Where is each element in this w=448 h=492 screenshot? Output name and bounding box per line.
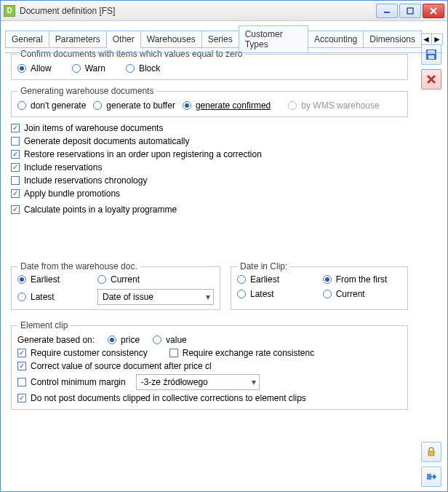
- radio-wh-earliest[interactable]: Earliest: [17, 274, 97, 285]
- tab-body-other: Confirm documents with items which value…: [4, 41, 415, 488]
- radio-clip-latest[interactable]: Latest: [237, 289, 294, 299]
- save-button[interactable]: [421, 44, 441, 65]
- date-of-issue-value: Date of issue: [103, 292, 153, 302]
- radio-value[interactable]: value: [153, 335, 187, 345]
- floppy-icon: [425, 49, 437, 60]
- radio-confirmed-label: generate confirmed: [196, 100, 271, 111]
- window: D Document definition [FS] General Param…: [0, 0, 448, 492]
- window-buttons: [376, 4, 444, 18]
- minimize-button[interactable]: [376, 4, 398, 18]
- radio-wms-label: by WMS warehouse: [301, 100, 379, 111]
- svg-rect-6: [428, 55, 434, 59]
- cancel-button[interactable]: [421, 69, 441, 90]
- arrow-right-icon: [426, 472, 436, 482]
- margin-dropdown[interactable]: -3-ze źródłowego ▾: [136, 374, 260, 390]
- radio-warn[interactable]: Warn: [72, 63, 105, 74]
- lock-icon: [426, 447, 436, 457]
- svg-rect-1: [407, 8, 413, 14]
- check-req-exchange[interactable]: Require exchange rate consistenc: [169, 348, 314, 358]
- radio-value-label: value: [166, 335, 187, 345]
- svg-rect-9: [428, 451, 434, 456]
- margin-dropdown-value: -3-ze źródłowego: [141, 377, 208, 387]
- check-restore-label: Restore reservations in an order upon re…: [24, 149, 262, 159]
- radio-allow[interactable]: Allow: [17, 63, 52, 74]
- check-control-margin[interactable]: Control minimum margin: [17, 377, 126, 387]
- lock-button[interactable]: [421, 442, 441, 462]
- titlebar: D Document definition [FS]: [1, 1, 447, 21]
- svg-rect-10: [427, 474, 431, 480]
- radio-block-label: Block: [139, 63, 160, 74]
- export-button[interactable]: [421, 467, 441, 487]
- check-include-res[interactable]: Include reservations: [11, 162, 408, 172]
- check-include-res-label: Include reservations: [24, 162, 102, 172]
- radio-clip-latest-label: Latest: [250, 289, 274, 299]
- radio-wh-current[interactable]: Current: [97, 274, 214, 285]
- check-restore[interactable]: Restore reservations in an order upon re…: [11, 149, 408, 159]
- date-of-issue-dropdown[interactable]: Date of issue ▾: [97, 289, 214, 305]
- radio-generate-buffer[interactable]: generate to buffer: [93, 100, 175, 111]
- check-req-customer-label: Require customer consistency: [31, 348, 148, 358]
- date-wh-legend: Date from the warehouse doc.: [17, 261, 140, 271]
- checkbox-stack: Join items of warehouse documents Genera…: [11, 123, 408, 215]
- radio-wh-earliest-label: Earliest: [31, 274, 60, 285]
- app-icon: D: [4, 5, 15, 17]
- date-clip-legend: Date in Clip:: [237, 261, 290, 271]
- gen-wh-group: Generating warehouse documents don't gen…: [11, 86, 408, 117]
- check-join-label: Join items of warehouse documents: [24, 123, 163, 133]
- tab-other[interactable]: Other: [106, 31, 141, 48]
- radio-wms-warehouse: by WMS warehouse: [288, 100, 379, 111]
- radio-clip-current-label: Current: [336, 289, 365, 299]
- check-bundle-label: Apply bundle promotions: [24, 189, 120, 199]
- radio-clip-earliest[interactable]: Earliest: [237, 274, 294, 285]
- radio-buffer-label: generate to buffer: [106, 100, 175, 111]
- sidebar-bottom: [418, 442, 444, 487]
- check-loyalty-label: Calculate points in a loyalty programme: [24, 205, 177, 215]
- check-include-chron[interactable]: Include reservations chronology: [11, 175, 408, 186]
- radio-generate-confirmed[interactable]: generate confirmed: [183, 100, 271, 111]
- check-req-customer[interactable]: Require customer consistency: [17, 348, 148, 358]
- radio-wh-current-label: Current: [111, 274, 140, 285]
- check-control-margin-label: Control minimum margin: [31, 377, 126, 387]
- check-deposit[interactable]: Generate deposit documents automatically: [11, 136, 408, 146]
- radio-price[interactable]: price: [108, 335, 140, 345]
- radio-wh-latest[interactable]: Latest: [17, 292, 97, 302]
- radio-clip-from-first[interactable]: From the first: [323, 274, 401, 285]
- check-bundle[interactable]: Apply bundle promotions: [11, 189, 408, 199]
- date-from-wh-group: Date from the warehouse doc. Earliest Cu…: [11, 261, 220, 310]
- check-no-post[interactable]: Do not post documents clipped in collect…: [17, 393, 306, 403]
- check-correct-value-label: Correct value of source document after p…: [31, 361, 212, 371]
- sidebar: [418, 41, 444, 90]
- gen-based-on-label: Generate based on:: [17, 335, 95, 345]
- maximize-button[interactable]: [399, 4, 421, 18]
- close-button[interactable]: [423, 4, 444, 18]
- radio-allow-label: Allow: [31, 63, 52, 74]
- radio-wh-latest-label: Latest: [31, 292, 55, 302]
- radio-clip-earliest-label: Earliest: [250, 274, 279, 285]
- x-icon: [426, 74, 436, 84]
- date-in-clip-group: Date in Clip: Earliest From the first La…: [231, 261, 408, 310]
- window-title: Document definition [FS]: [20, 6, 376, 16]
- confirm-legend: Confirm documents with items which value…: [17, 49, 245, 59]
- check-req-exchange-label: Require exchange rate consistenc: [183, 348, 314, 358]
- check-correct-value[interactable]: Correct value of source document after p…: [17, 361, 212, 371]
- check-loyalty[interactable]: Calculate points in a loyalty programme: [11, 205, 408, 215]
- radio-price-label: price: [121, 335, 140, 345]
- check-no-post-label: Do not post documents clipped in collect…: [31, 393, 306, 403]
- confirm-group: Confirm documents with items which value…: [11, 49, 408, 80]
- chevron-down-icon: ▾: [252, 377, 256, 387]
- radio-clip-from-first-label: From the first: [336, 274, 388, 285]
- gen-wh-legend: Generating warehouse documents: [17, 86, 156, 96]
- radio-warn-label: Warn: [85, 63, 105, 74]
- radio-dont-label: don't generate: [31, 100, 86, 111]
- radio-dont-generate[interactable]: don't generate: [17, 100, 86, 111]
- check-join-items[interactable]: Join items of warehouse documents: [11, 123, 408, 133]
- element-clip-legend: Element clip: [17, 320, 71, 330]
- element-clip-group: Element clip Generate based on: price va…: [11, 320, 408, 410]
- check-include-chron-label: Include reservations chronology: [24, 175, 147, 186]
- radio-clip-current[interactable]: Current: [323, 289, 401, 299]
- check-deposit-label: Generate deposit documents automatically: [24, 136, 189, 146]
- chevron-down-icon: ▾: [206, 292, 210, 302]
- radio-block[interactable]: Block: [126, 63, 160, 74]
